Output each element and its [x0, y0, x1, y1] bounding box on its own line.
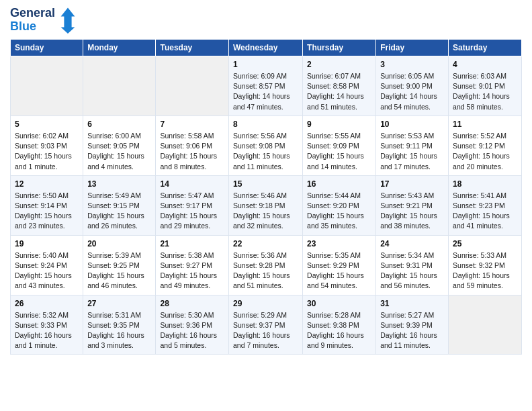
day-info: Sunrise: 5:35 AM Sunset: 9:29 PM Dayligh… [307, 250, 371, 291]
day-info: Sunrise: 5:52 AM Sunset: 9:12 PM Dayligh… [453, 131, 517, 172]
day-number: 19 [15, 239, 79, 248]
col-header-sunday: Sunday [11, 40, 83, 56]
col-header-saturday: Saturday [449, 40, 522, 56]
day-number: 7 [160, 120, 224, 129]
day-number: 4 [453, 60, 517, 69]
day-info: Sunrise: 5:32 AM Sunset: 9:33 PM Dayligh… [15, 310, 79, 351]
day-number: 25 [453, 239, 517, 248]
col-header-monday: Monday [83, 40, 156, 56]
calendar-week-3: 12Sunrise: 5:50 AM Sunset: 9:14 PM Dayli… [11, 175, 522, 235]
day-info: Sunrise: 5:49 AM Sunset: 9:15 PM Dayligh… [87, 191, 151, 232]
day-info: Sunrise: 5:33 AM Sunset: 9:32 PM Dayligh… [453, 250, 517, 291]
day-info: Sunrise: 5:30 AM Sunset: 9:36 PM Dayligh… [160, 310, 224, 351]
day-info: Sunrise: 5:58 AM Sunset: 9:06 PM Dayligh… [160, 131, 224, 172]
page-header: General Blue [10, 7, 522, 34]
day-number: 11 [453, 120, 517, 129]
logo-general: General [10, 7, 55, 20]
calendar-cell: 8Sunrise: 5:56 AM Sunset: 9:08 PM Daylig… [228, 116, 302, 175]
day-info: Sunrise: 5:38 AM Sunset: 9:27 PM Dayligh… [160, 250, 224, 291]
logo-wordmark: General Blue [10, 7, 55, 34]
day-number: 22 [233, 239, 298, 248]
day-number: 2 [307, 60, 371, 69]
day-number: 24 [380, 239, 444, 248]
day-number: 31 [380, 299, 444, 308]
calendar-cell: 26Sunrise: 5:32 AM Sunset: 9:33 PM Dayli… [11, 295, 83, 355]
day-info: Sunrise: 6:03 AM Sunset: 9:01 PM Dayligh… [453, 71, 517, 112]
calendar-cell: 19Sunrise: 5:40 AM Sunset: 9:24 PM Dayli… [11, 235, 83, 295]
calendar-cell: 20Sunrise: 5:39 AM Sunset: 9:25 PM Dayli… [83, 235, 156, 295]
day-info: Sunrise: 6:07 AM Sunset: 8:58 PM Dayligh… [307, 71, 371, 112]
day-number: 27 [87, 299, 151, 308]
day-number: 29 [233, 299, 298, 308]
day-number: 30 [307, 299, 371, 308]
calendar-cell [11, 56, 83, 116]
day-info: Sunrise: 5:43 AM Sunset: 9:21 PM Dayligh… [380, 191, 444, 232]
day-info: Sunrise: 5:39 AM Sunset: 9:25 PM Dayligh… [87, 250, 151, 291]
day-number: 18 [453, 179, 517, 189]
calendar-week-1: 1Sunrise: 6:09 AM Sunset: 8:57 PM Daylig… [11, 56, 522, 116]
calendar-cell: 16Sunrise: 5:44 AM Sunset: 9:20 PM Dayli… [303, 175, 376, 235]
day-number: 15 [233, 179, 298, 189]
day-info: Sunrise: 5:56 AM Sunset: 9:08 PM Dayligh… [233, 131, 298, 172]
day-info: Sunrise: 5:31 AM Sunset: 9:35 PM Dayligh… [87, 310, 151, 351]
day-number: 3 [380, 60, 444, 69]
calendar-cell: 10Sunrise: 5:53 AM Sunset: 9:11 PM Dayli… [376, 116, 449, 175]
calendar-cell: 17Sunrise: 5:43 AM Sunset: 9:21 PM Dayli… [376, 175, 449, 235]
day-info: Sunrise: 5:36 AM Sunset: 9:28 PM Dayligh… [233, 250, 298, 291]
calendar-cell [83, 56, 156, 116]
day-info: Sunrise: 5:27 AM Sunset: 9:39 PM Dayligh… [380, 310, 444, 351]
calendar-cell: 18Sunrise: 5:41 AM Sunset: 9:23 PM Dayli… [449, 175, 522, 235]
calendar-cell: 31Sunrise: 5:27 AM Sunset: 9:39 PM Dayli… [376, 295, 449, 355]
calendar-cell [156, 56, 229, 116]
day-info: Sunrise: 5:50 AM Sunset: 9:14 PM Dayligh… [15, 191, 79, 232]
day-info: Sunrise: 6:09 AM Sunset: 8:57 PM Dayligh… [233, 71, 298, 112]
day-number: 16 [307, 179, 371, 189]
day-number: 9 [307, 120, 371, 129]
calendar-cell: 6Sunrise: 6:00 AM Sunset: 9:05 PM Daylig… [83, 116, 156, 175]
col-header-wednesday: Wednesday [228, 40, 302, 56]
col-header-thursday: Thursday [303, 40, 376, 56]
day-info: Sunrise: 5:47 AM Sunset: 9:17 PM Dayligh… [160, 191, 224, 232]
col-header-tuesday: Tuesday [156, 40, 229, 56]
calendar-cell: 24Sunrise: 5:34 AM Sunset: 9:31 PM Dayli… [376, 235, 449, 295]
day-number: 28 [160, 299, 224, 308]
calendar-week-2: 5Sunrise: 6:02 AM Sunset: 9:03 PM Daylig… [11, 116, 522, 175]
day-number: 17 [380, 179, 444, 189]
day-info: Sunrise: 5:46 AM Sunset: 9:18 PM Dayligh… [233, 191, 298, 232]
calendar-cell: 9Sunrise: 5:55 AM Sunset: 9:09 PM Daylig… [303, 116, 376, 175]
day-info: Sunrise: 5:28 AM Sunset: 9:38 PM Dayligh… [307, 310, 371, 351]
calendar-cell: 13Sunrise: 5:49 AM Sunset: 9:15 PM Dayli… [83, 175, 156, 235]
day-number: 26 [15, 299, 79, 308]
day-number: 23 [307, 239, 371, 248]
day-number: 1 [233, 60, 298, 69]
calendar-cell: 5Sunrise: 6:02 AM Sunset: 9:03 PM Daylig… [11, 116, 83, 175]
day-number: 10 [380, 120, 444, 129]
day-info: Sunrise: 5:41 AM Sunset: 9:23 PM Dayligh… [453, 191, 517, 232]
calendar-cell: 1Sunrise: 6:09 AM Sunset: 8:57 PM Daylig… [228, 56, 302, 116]
calendar-week-4: 19Sunrise: 5:40 AM Sunset: 9:24 PM Dayli… [11, 235, 522, 295]
logo-blue: Blue [10, 20, 36, 34]
calendar-cell: 23Sunrise: 5:35 AM Sunset: 9:29 PM Dayli… [303, 235, 376, 295]
logo-bird-icon [58, 7, 78, 34]
day-info: Sunrise: 6:02 AM Sunset: 9:03 PM Dayligh… [15, 131, 79, 172]
calendar-header: SundayMondayTuesdayWednesdayThursdayFrid… [11, 40, 522, 56]
col-header-friday: Friday [376, 40, 449, 56]
calendar-cell: 22Sunrise: 5:36 AM Sunset: 9:28 PM Dayli… [228, 235, 302, 295]
calendar-cell: 11Sunrise: 5:52 AM Sunset: 9:12 PM Dayli… [449, 116, 522, 175]
logo: General Blue [10, 7, 78, 34]
calendar-cell: 27Sunrise: 5:31 AM Sunset: 9:35 PM Dayli… [83, 295, 156, 355]
day-number: 5 [15, 120, 79, 129]
calendar-cell: 3Sunrise: 6:05 AM Sunset: 9:00 PM Daylig… [376, 56, 449, 116]
calendar-cell: 29Sunrise: 5:29 AM Sunset: 9:37 PM Dayli… [228, 295, 302, 355]
calendar-cell: 12Sunrise: 5:50 AM Sunset: 9:14 PM Dayli… [11, 175, 83, 235]
day-info: Sunrise: 5:40 AM Sunset: 9:24 PM Dayligh… [15, 250, 79, 291]
day-info: Sunrise: 5:29 AM Sunset: 9:37 PM Dayligh… [233, 310, 298, 351]
calendar-cell: 21Sunrise: 5:38 AM Sunset: 9:27 PM Dayli… [156, 235, 229, 295]
calendar-cell: 7Sunrise: 5:58 AM Sunset: 9:06 PM Daylig… [156, 116, 229, 175]
calendar-cell: 2Sunrise: 6:07 AM Sunset: 8:58 PM Daylig… [303, 56, 376, 116]
calendar-cell: 14Sunrise: 5:47 AM Sunset: 9:17 PM Dayli… [156, 175, 229, 235]
calendar-cell: 15Sunrise: 5:46 AM Sunset: 9:18 PM Dayli… [228, 175, 302, 235]
calendar-cell: 28Sunrise: 5:30 AM Sunset: 9:36 PM Dayli… [156, 295, 229, 355]
calendar-table: SundayMondayTuesdayWednesdayThursdayFrid… [10, 39, 522, 355]
day-number: 14 [160, 179, 224, 189]
